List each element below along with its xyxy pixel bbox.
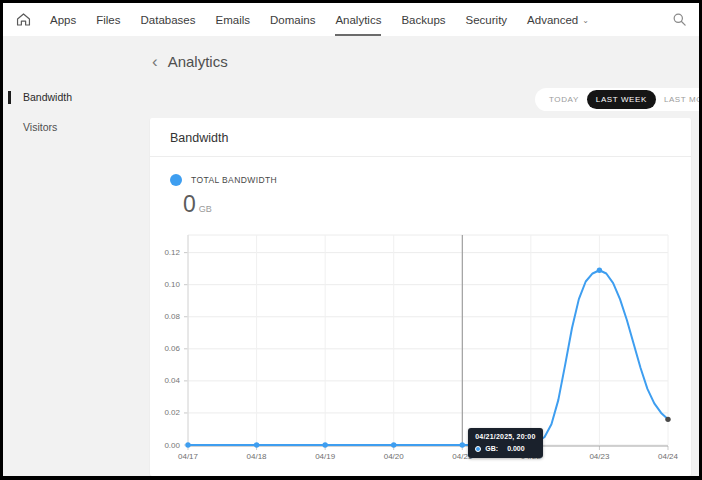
range-last-month-button[interactable]: LAST MONTH — [656, 95, 702, 104]
card-divider — [150, 156, 691, 157]
nav-item-analytics[interactable]: Analytics — [335, 3, 381, 36]
nav-item-apps[interactable]: Apps — [50, 3, 76, 36]
nav-item-backups[interactable]: Backups — [401, 3, 445, 36]
range-last-week-button[interactable]: LAST WEEK — [587, 90, 656, 109]
tooltip-value: 0.000 — [507, 445, 525, 452]
range-today-button[interactable]: TODAY — [541, 95, 587, 104]
chart-canvas[interactable]: 0.000.020.040.060.080.100.1204/1704/1804… — [150, 223, 691, 473]
breadcrumb: ‹ Analytics — [152, 53, 228, 70]
nav-item-files[interactable]: Files — [96, 3, 120, 36]
svg-text:04/19: 04/19 — [315, 452, 336, 461]
nav-item-domains[interactable]: Domains — [270, 3, 315, 36]
nav-item-advanced-label: Advanced — [527, 14, 578, 26]
svg-text:04/17: 04/17 — [178, 452, 199, 461]
tooltip-date: 04/21/2025, 20:00 — [475, 433, 535, 440]
svg-text:0.02: 0.02 — [164, 408, 180, 417]
total-bandwidth-value: 0 GB — [183, 191, 691, 218]
svg-text:04/24: 04/24 — [658, 452, 679, 461]
total-unit: GB — [199, 204, 212, 214]
back-chevron-icon[interactable]: ‹ — [152, 53, 158, 70]
total-value: 0 — [183, 191, 196, 218]
nav-item-advanced[interactable]: Advanced⌄ — [527, 3, 589, 36]
svg-text:0.00: 0.00 — [164, 441, 180, 450]
svg-text:04/20: 04/20 — [384, 452, 405, 461]
home-icon[interactable] — [15, 11, 32, 28]
nav-item-emails[interactable]: Emails — [215, 3, 250, 36]
svg-text:0.12: 0.12 — [164, 248, 180, 257]
svg-text:0.04: 0.04 — [164, 376, 180, 385]
legend-label: TOTAL BANDWIDTH — [191, 175, 277, 185]
page-title: Analytics — [168, 53, 228, 70]
chart-tooltip: 04/21/2025, 20:00 GB: 0.000 — [468, 428, 542, 458]
chart-legend: TOTAL BANDWIDTH — [170, 174, 691, 186]
sidebar: Bandwidth Visitors — [8, 91, 138, 151]
app-window: Apps Files Databases Emails Domains Anal… — [0, 0, 702, 480]
chevron-down-icon: ⌄ — [582, 16, 589, 25]
top-nav: Apps Files Databases Emails Domains Anal… — [3, 3, 699, 36]
sidebar-item-bandwidth[interactable]: Bandwidth — [8, 91, 138, 104]
nav-item-databases[interactable]: Databases — [141, 3, 196, 36]
tooltip-series-dot-icon — [475, 446, 481, 452]
date-range-toggle: TODAY LAST WEEK LAST MONTH — [535, 88, 702, 111]
svg-text:04/23: 04/23 — [589, 452, 610, 461]
bandwidth-card: Bandwidth TOTAL BANDWIDTH 0 GB 0.000.020… — [150, 118, 691, 476]
card-title: Bandwidth — [150, 118, 691, 156]
svg-text:0.08: 0.08 — [164, 312, 180, 321]
legend-dot-icon — [170, 174, 182, 186]
nav-item-security[interactable]: Security — [466, 3, 508, 36]
svg-text:04/18: 04/18 — [247, 452, 268, 461]
svg-text:0.06: 0.06 — [164, 344, 180, 353]
svg-text:0.10: 0.10 — [164, 280, 180, 289]
search-icon[interactable] — [672, 12, 687, 27]
main-nav: Apps Files Databases Emails Domains Anal… — [40, 3, 599, 36]
tooltip-series-label: GB: — [485, 445, 498, 452]
bandwidth-chart[interactable]: 0.000.020.040.060.080.100.1204/1704/1804… — [150, 223, 691, 473]
sidebar-item-visitors[interactable]: Visitors — [8, 121, 138, 134]
